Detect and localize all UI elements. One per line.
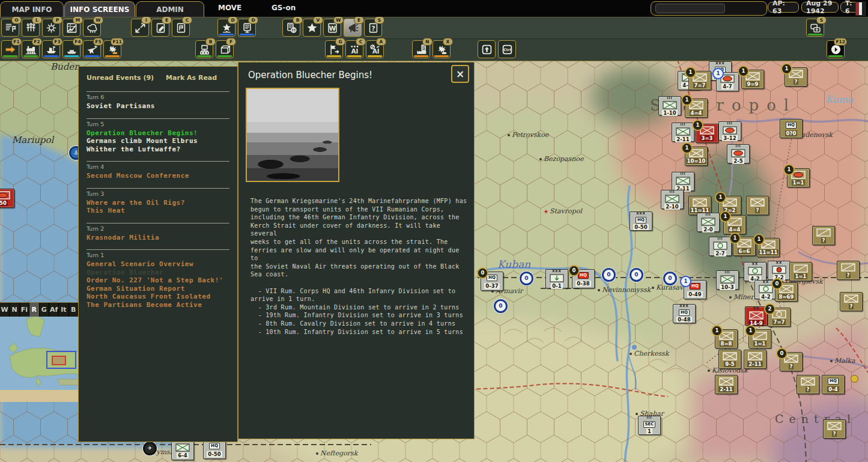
unit-counter[interactable]: HQ0-50 [203,440,226,459]
unit-counter[interactable]: 2-11 [715,375,738,394]
commanders-icon[interactable]: L [22,19,40,37]
event-list-item[interactable]: Second Moscow Conference [86,172,229,180]
mark-as-read-button[interactable]: Mark As Read [166,74,217,82]
unit-counter[interactable]: XXX0-1 [545,269,568,288]
event-list-item[interactable]: Whither the Luftwaffe? [86,145,229,154]
unit-counter[interactable]: III2-5 [727,144,750,163]
unit-counter[interactable]: III10-3 [716,270,739,290]
event-list-item[interactable]: North Caucasus Front Isolated [86,293,229,301]
minimap-tab-it[interactable]: It [59,303,68,317]
unit-counter[interactable]: IIISEC1 [638,416,661,435]
losses-icon[interactable]: X [432,40,451,58]
orders-icon[interactable]: O [1,19,19,37]
unit-counter[interactable]: HQ0-4 [822,375,845,394]
unit-counter[interactable]: 7=71 [688,71,711,90]
objectives-flag-icon[interactable]: G [325,40,343,58]
event-list-item[interactable]: Order No. 227 'Not a Step Back!' [86,276,229,285]
tab-admin[interactable]: ADMIN [136,1,204,17]
unit-counter[interactable]: ?1 [785,67,807,87]
metrics-icon[interactable]: M [62,19,80,37]
unit-counter[interactable]: XXXHQ0-48 [673,304,696,323]
unit-counter[interactable]: 4-71 [716,72,739,91]
ai-ground-icon[interactable]: AIC [345,40,363,58]
rail-network-icon[interactable]: B [195,40,213,58]
minimap-tab-r[interactable]: R [29,303,39,317]
unit-counter[interactable]: HQ0-370 [481,272,503,291]
commanders-report-icon[interactable]: C [172,19,190,37]
end-turn-icon[interactable]: F12 [827,40,845,58]
minimap-tab-fi[interactable]: Fi [20,303,29,317]
unit-counter[interactable]: 8=690 [775,282,798,302]
event-list-item[interactable]: The Partisans Become Active [86,301,229,309]
minimap-tab-w[interactable]: W [0,303,10,317]
unit-counter[interactable]: HQ0-491 [684,280,706,299]
minimap[interactable] [0,317,79,402]
unit-counter[interactable]: 1=11 [787,168,810,187]
scenario-info-icon[interactable]: ?S [364,19,382,37]
tab-map-info[interactable]: MAP INFO [0,1,64,17]
gs-toggle-label[interactable]: GS-on [272,4,296,12]
air-doctrine-icon[interactable]: D [217,19,235,37]
minimap-tab-af[interactable]: Af [49,303,59,317]
unit-counter[interactable]: 6=61 [733,237,756,256]
event-list-item[interactable]: Operation Bluecher [86,269,229,277]
unit-counter[interactable]: XXXHQ0-50 [630,211,652,231]
events-edit-icon[interactable]: E [151,19,169,37]
shift-key-icon[interactable] [478,40,496,58]
minimap-tab-g[interactable]: G [40,303,49,317]
minimap-tab-n[interactable]: N [10,303,19,317]
unit-counter[interactable]: III2-10 [661,190,684,209]
ship-move-icon[interactable]: F3 [42,40,60,58]
unit-counter[interactable]: XX7-2 [768,261,791,280]
air-directives-icon[interactable]: D [238,19,256,37]
preferences-icon[interactable]: P [42,19,60,37]
unit-counter[interactable]: ? [823,419,846,439]
unit-counter[interactable]: 2-11 [744,350,766,369]
event-list-item[interactable]: Where are the Oil Rigs? [86,199,229,207]
rail-move-icon[interactable]: F2 [22,40,40,58]
unit-counter[interactable]: XX4-2 [744,262,766,281]
war-diary-icon[interactable]: WW [323,19,341,37]
unit-counter[interactable]: ? [812,226,835,245]
unit-counter[interactable]: 9=91 [741,70,764,89]
event-list-item[interactable]: This Heat [86,207,229,215]
unit-counter[interactable]: III1-10 [658,96,681,115]
unit-counter[interactable]: HQ0-380 [572,269,595,288]
event-list-item[interactable]: Krasnodar Militia [86,234,229,242]
ai-air-icon[interactable]: AIA [366,40,384,58]
amphib-move-icon[interactable]: F4 [62,40,80,58]
unit-counter[interactable]: 3=31 [696,124,718,143]
weather-icon[interactable]: W [83,19,101,37]
unit-counter[interactable]: 7=72 [768,308,791,327]
unit-counter[interactable]: ? [840,292,863,311]
minimap-tab-b[interactable]: B [69,303,79,317]
unit-counter[interactable]: III2-11 [672,123,694,142]
unit-counter[interactable]: III3-12 [718,121,741,141]
unit-counter[interactable]: HQ0?0 [780,119,803,138]
events-megaphone-icon[interactable]: E [344,19,362,37]
unit-counter[interactable]: 4=41 [723,215,746,234]
reinforcements-icon[interactable]: I [131,19,149,37]
unit-counter[interactable]: 6-4 [171,441,194,460]
victory-star-icon[interactable]: V [303,19,321,37]
assault-icon[interactable]: F11 [103,40,121,58]
unit-counter[interactable]: III2-11 [672,172,694,191]
event-list-item[interactable]: Germans climb Mount Elbrus [86,137,229,145]
air-drop-icon[interactable]: F5 [83,40,101,58]
unit-counter[interactable]: III2-0 [697,213,720,232]
event-list-item[interactable]: German Situation Report [86,285,229,293]
unit-counter[interactable]: ?0 [780,352,803,371]
event-list-item[interactable]: Soviet Partisans [86,102,229,111]
ctrl-key-icon[interactable]: Ctrl [498,40,516,58]
unit-counter[interactable]: 4=41 [685,99,708,118]
unit-counter[interactable]: ? [746,196,769,215]
unit-counter[interactable]: 11=111 [757,238,780,257]
unit-counter[interactable]: 8=81 [715,329,738,348]
event-list-item[interactable]: Operation Bluecher Begins! [86,129,229,138]
unit-counter[interactable]: 9-5 [718,350,741,369]
message-input[interactable] [655,4,725,13]
close-icon[interactable]: × [451,65,469,83]
unit-counter[interactable]: 50 [0,189,14,208]
production-icon[interactable]: N [412,40,430,58]
move-arrow-icon[interactable]: F1 [1,40,19,58]
